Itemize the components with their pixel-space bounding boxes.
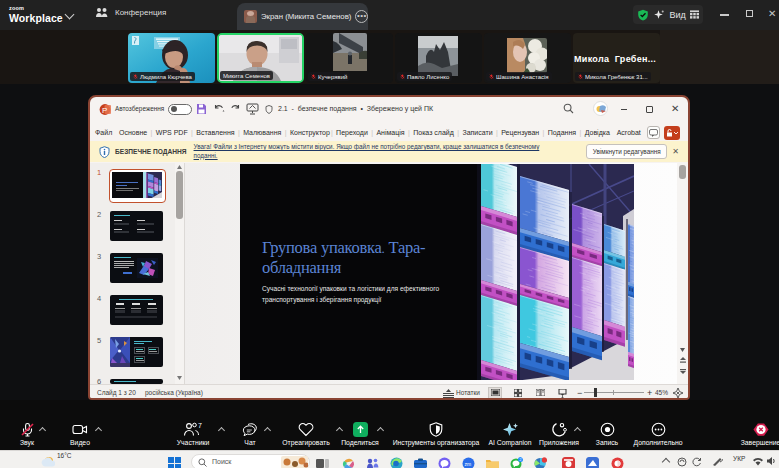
svg-text:zm: zm <box>465 461 472 467</box>
svg-text:7: 7 <box>198 422 202 429</box>
svg-text:P: P <box>102 106 107 115</box>
